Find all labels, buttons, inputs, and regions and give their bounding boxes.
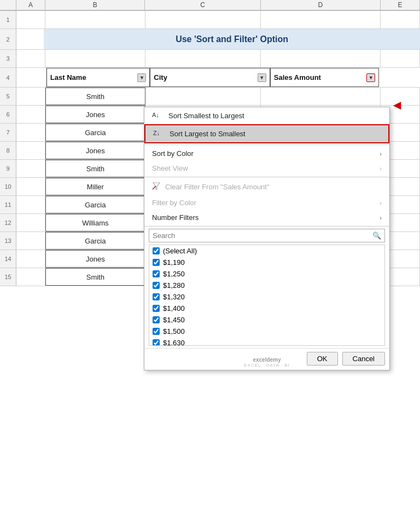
watermark-line2: EXCEL · DATA · BI <box>244 363 290 368</box>
checkbox-1280[interactable]: $1,280 <box>149 280 384 291</box>
checkbox-input-1630[interactable] <box>153 339 160 346</box>
filter-btn-last-name[interactable]: ▼ <box>137 73 146 82</box>
checkbox-label-1320: $1,320 <box>163 293 185 301</box>
watermark-line1: exceldemy <box>253 357 281 363</box>
checkbox-label-1500: $1,500 <box>163 327 185 335</box>
checkbox-input-1500[interactable] <box>153 328 160 335</box>
watermark: exceldemy EXCEL · DATA · BI <box>244 357 290 368</box>
checkbox-label-1630: $1,630 <box>163 339 185 346</box>
checkbox-label-1400: $1,400 <box>163 304 185 312</box>
cell-b13: Garcia <box>45 232 145 250</box>
checkbox-label-1190: $1,190 <box>163 258 185 266</box>
checkbox-1250[interactable]: $1,250 <box>149 268 384 280</box>
dropdown-menu: A↓ Sort Smallest to Largest Z↓ Sort Larg… <box>144 107 390 370</box>
checkbox-select-all[interactable]: (Select All) <box>149 245 384 257</box>
header-sales-amount: Sales Amount ▼ <box>270 68 379 87</box>
row-1: 1 <box>0 11 420 29</box>
sheet-view-item[interactable]: Sheet View › <box>144 161 389 176</box>
filter-btn-city[interactable]: ▼ <box>258 73 266 82</box>
ok-button[interactable]: OK <box>307 352 338 366</box>
row-5: 5 Smith <box>0 88 420 106</box>
filter-clear-icon <box>152 182 163 192</box>
spreadsheet: A B C D E 1 2 Use 'Sort and Filter' Opti… <box>0 0 420 510</box>
checkbox-input-1280[interactable] <box>153 282 160 289</box>
row-4-headers: 4 Last Name ▼ City ▼ Sales Amount ▼ <box>0 68 420 88</box>
checkbox-1400[interactable]: $1,400 <box>149 303 384 314</box>
cell-b12: Williams <box>45 214 145 231</box>
checkbox-input-1190[interactable] <box>153 259 160 266</box>
header-city: City ▼ <box>150 68 270 87</box>
checkbox-1190[interactable]: $1,190 <box>149 257 384 268</box>
row-3: 3 <box>0 50 420 68</box>
filter-by-color-label: Filter by Color <box>152 199 196 207</box>
checkbox-label-1250: $1,250 <box>163 270 185 278</box>
cell-b14: Jones <box>45 250 145 268</box>
checkbox-1320[interactable]: $1,320 <box>149 291 384 303</box>
sort-by-color-label: Sort by Color <box>152 149 194 158</box>
checkbox-1500[interactable]: $1,500 <box>149 326 384 337</box>
search-input[interactable] <box>149 229 369 242</box>
sort-smallest-label: Sort Smallest to Largest <box>168 112 244 120</box>
column-headers: A B C D E <box>0 0 420 11</box>
sort-desc-icon: Z↓ <box>153 129 165 139</box>
col-header-a: A <box>16 0 45 10</box>
checkbox-label-select-all: (Select All) <box>163 247 197 255</box>
cell-b15: Smith <box>45 268 145 286</box>
sort-largest-label: Sort Largest to Smallest <box>170 130 246 138</box>
clear-filter-item[interactable]: Clear Filter From "Sales Amount" <box>144 178 389 195</box>
number-filters-label: Number Filters <box>152 213 199 222</box>
checkbox-input-select-all[interactable] <box>153 247 160 254</box>
sort-by-color-item[interactable]: Sort by Color › <box>144 146 389 161</box>
svg-text:A↓: A↓ <box>152 112 159 118</box>
svg-line-3 <box>153 186 156 189</box>
cell-b10: Miller <box>45 178 145 195</box>
cell-b11: Garcia <box>45 196 145 213</box>
row-2-title: 2 Use 'Sort and Filter' Option <box>0 29 420 50</box>
cell-b5: Smith <box>45 88 145 105</box>
checkbox-list: (Select All) $1,190 $1,250 $1,280 $1,320… <box>149 245 385 346</box>
filter-by-color-item[interactable]: Filter by Color › <box>144 195 389 210</box>
col-header-c: C <box>145 0 260 10</box>
checkbox-1630[interactable]: $1,630 <box>149 337 384 346</box>
cell-b6: Jones <box>45 106 145 123</box>
col-header-d: D <box>261 0 381 10</box>
svg-text:Z↓: Z↓ <box>153 130 160 136</box>
cell-b8: Jones <box>45 142 145 159</box>
separator-1 <box>144 144 389 145</box>
cell-b9: Smith <box>45 160 145 177</box>
number-filters-item[interactable]: Number Filters › <box>144 210 389 225</box>
sheet-view-label: Sheet View <box>152 164 188 172</box>
header-last-name: Last Name ▼ <box>46 68 150 87</box>
corner-cell <box>0 0 16 10</box>
sort-smallest-item[interactable]: A↓ Sort Smallest to Largest <box>144 107 389 124</box>
cancel-button[interactable]: Cancel <box>342 352 385 366</box>
checkbox-input-1450[interactable] <box>153 316 160 323</box>
checkbox-input-1400[interactable] <box>153 305 160 312</box>
clear-filter-label: Clear Filter From "Sales Amount" <box>165 183 270 191</box>
col-header-e: E <box>381 0 420 10</box>
arrow-icon: › <box>380 150 382 157</box>
arrow-icon-4: › <box>380 215 382 221</box>
checkbox-input-1250[interactable] <box>153 270 160 277</box>
arrow-icon-2: › <box>380 165 382 172</box>
separator-2 <box>144 177 389 177</box>
checkbox-label-1280: $1,280 <box>163 281 185 289</box>
red-arrow: ◄ <box>390 97 404 113</box>
search-icon: 🔍 <box>369 229 384 242</box>
separator-3 <box>144 226 389 227</box>
search-box: 🔍 <box>149 229 385 242</box>
sort-asc-icon: A↓ <box>152 111 164 121</box>
col-header-b: B <box>45 0 145 10</box>
checkbox-1450[interactable]: $1,450 <box>149 314 384 326</box>
sort-largest-item[interactable]: Z↓ Sort Largest to Smallest <box>144 124 389 143</box>
checkbox-label-1450: $1,450 <box>163 316 185 324</box>
page-title: Use 'Sort and Filter' Option <box>44 29 420 49</box>
checkbox-input-1320[interactable] <box>153 293 160 300</box>
cell-b7: Garcia <box>45 124 145 141</box>
arrow-icon-3: › <box>380 200 382 206</box>
filter-btn-sales-amount[interactable]: ▼ <box>366 73 375 82</box>
